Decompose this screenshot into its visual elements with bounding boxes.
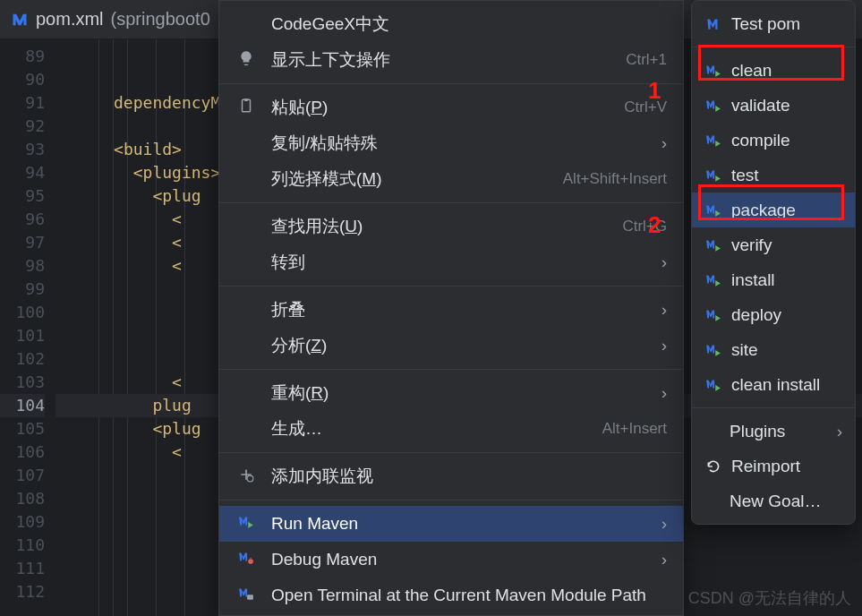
svg-rect-0: [243, 99, 251, 112]
menu-label: 粘贴(P): [271, 96, 328, 119]
line-number: 111: [0, 557, 45, 580]
submenu-label: test: [731, 166, 759, 185]
submenu-item-validate[interactable]: validate: [692, 88, 855, 123]
submenu-item-compile[interactable]: compile: [692, 123, 855, 158]
submenu-item-clean[interactable]: clean: [692, 53, 855, 88]
line-number: 105: [0, 417, 45, 441]
submenu-item-new-goal[interactable]: New Goal…: [692, 483, 855, 518]
m-icon: [704, 16, 722, 32]
menu-item-codegeex[interactable]: CodeGeeX中文: [219, 6, 683, 42]
maven-run-icon: [704, 202, 722, 218]
submenu-label: deploy: [731, 305, 781, 325]
line-number: 90: [0, 68, 45, 91]
maven-run-icon: [235, 514, 257, 535]
maven-file-icon: [11, 11, 29, 29]
menu-item-r[interactable]: 重构(R)›: [219, 375, 683, 411]
line-number: 89: [0, 45, 45, 68]
submenu-item-plugins[interactable]: Plugins›: [692, 414, 855, 449]
menu-label: 添加内联监视: [271, 465, 373, 488]
menu-label: 生成…: [271, 417, 322, 441]
tab-filename: pom.xml: [36, 9, 104, 30]
menu-item-[interactable]: 转到›: [219, 244, 683, 280]
menu-label: CodeGeeX中文: [271, 13, 389, 36]
submenu-label: clean install: [731, 375, 820, 395]
menu-separator: [219, 452, 683, 453]
menu-item-debug-maven[interactable]: Debug Maven›: [219, 542, 683, 578]
line-number: 96: [0, 208, 45, 231]
menu-shortcut: Ctrl+G: [622, 218, 667, 235]
submenu-title-label: Test pom: [731, 14, 800, 34]
menu-label: 显示上下文操作: [271, 48, 390, 72]
maven-term-icon: [235, 586, 257, 606]
menu-label: 转到: [271, 251, 305, 274]
menu-item-z[interactable]: 分析(Z)›: [219, 328, 683, 364]
tab-qualifier: (springboot0: [111, 9, 210, 30]
svg-rect-4: [247, 595, 253, 600]
menu-item-[interactable]: 显示上下文操作Ctrl+1: [219, 42, 683, 78]
submenu-item-install[interactable]: install: [692, 262, 855, 297]
maven-run-icon: [704, 63, 722, 79]
line-number: 91: [0, 91, 45, 115]
gutter: 8990919293949596979899100101102103104105…: [0, 39, 55, 616]
submenu-item-clean-install[interactable]: clean install: [692, 367, 855, 402]
line-number: 94: [0, 161, 45, 184]
submenu-item-deploy[interactable]: deploy: [692, 297, 855, 332]
submenu-label: verify: [731, 235, 772, 255]
menu-item-[interactable]: 复制/粘贴特殊›: [219, 125, 683, 161]
menu-item-m[interactable]: 列选择模式(M)Alt+Shift+Insert: [219, 161, 683, 197]
submenu-item-verify[interactable]: verify: [692, 227, 855, 262]
menu-item-[interactable]: 生成…Alt+Insert: [219, 411, 683, 447]
menu-item-[interactable]: 折叠›: [219, 292, 683, 328]
menu-item-[interactable]: 添加内联监视: [219, 458, 683, 494]
plus-debug-icon: [235, 466, 257, 487]
submenu-label: compile: [731, 131, 789, 150]
menu-item-u[interactable]: 查找用法(U)Ctrl+G: [219, 209, 683, 244]
menu-label: 分析(Z): [271, 334, 327, 357]
line-number: 112: [0, 580, 45, 603]
clipboard-icon: [235, 98, 257, 118]
submenu-item-test[interactable]: test: [692, 158, 855, 192]
submenu-label: New Goal…: [730, 492, 821, 511]
menu-item-open-terminal-at-the-current-maven-module-path[interactable]: Open Terminal at the Current Maven Modul…: [219, 578, 683, 613]
menu-shortcut: Ctrl+1: [626, 51, 667, 69]
bulb-icon: [235, 50, 257, 71]
menu-label: 列选择模式(M): [271, 167, 381, 191]
svg-rect-1: [244, 98, 249, 101]
submenu-label: Plugins: [730, 422, 785, 441]
submenu-label: install: [731, 270, 775, 290]
line-number: 102: [0, 347, 45, 371]
menu-separator: [219, 369, 683, 370]
menu-label: 查找用法(U): [271, 215, 363, 238]
line-number: 103: [0, 371, 45, 394]
line-number: 104: [0, 394, 45, 417]
menu-shortcut: Alt+Insert: [602, 420, 667, 438]
line-number: 93: [0, 138, 45, 161]
submenu-item-package[interactable]: package: [692, 192, 855, 227]
line-number: 107: [0, 464, 45, 487]
line-number: 108: [0, 487, 45, 510]
submenu-item-site[interactable]: site: [692, 332, 855, 367]
maven-debug-icon: [235, 550, 257, 570]
menu-separator: [219, 83, 683, 84]
menu-label: Open Terminal at the Current Maven Modul…: [271, 586, 646, 605]
menu-shortcut: Ctrl+V: [624, 98, 667, 116]
menu-label: Debug Maven: [271, 550, 377, 569]
editor-tab-active[interactable]: pom.xml (springboot0: [11, 9, 210, 30]
menu-separator: [219, 202, 683, 203]
maven-run-icon: [704, 377, 722, 393]
maven-run-icon: [704, 98, 722, 114]
submenu-label: site: [731, 340, 758, 360]
line-number: 99: [0, 278, 45, 301]
menu-separator: [219, 286, 683, 287]
menu-item-p[interactable]: 粘贴(P)Ctrl+V: [219, 90, 683, 125]
menu-label: Run Maven: [271, 514, 358, 534]
maven-run-icon: [704, 133, 722, 149]
submenu-label: validate: [731, 96, 790, 116]
menu-label: 复制/粘贴特殊: [271, 132, 378, 155]
line-number: 101: [0, 324, 45, 347]
submenu-title[interactable]: Test pom: [692, 6, 855, 41]
line-number: 95: [0, 184, 45, 208]
submenu-item-reimport[interactable]: Reimport: [692, 449, 855, 483]
line-number: 98: [0, 254, 45, 278]
menu-item-run-maven[interactable]: Run Maven›: [219, 506, 683, 542]
